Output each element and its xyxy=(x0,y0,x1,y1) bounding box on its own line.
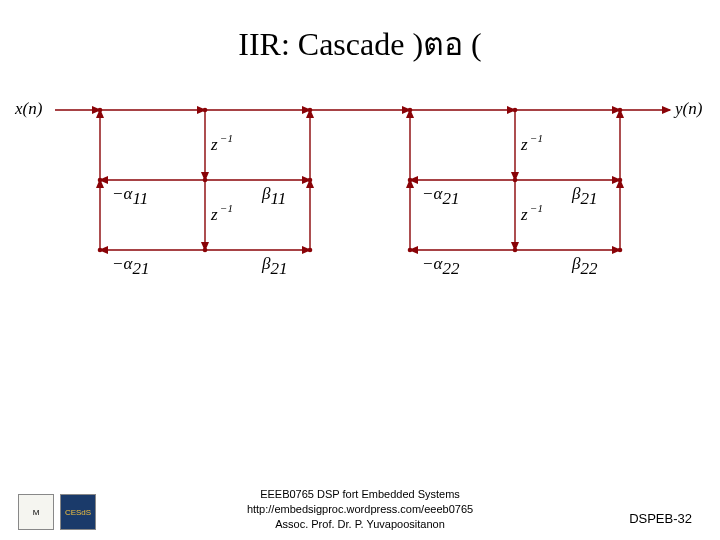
svg-point-36 xyxy=(408,178,413,183)
svg-point-37 xyxy=(513,178,518,183)
svg-point-41 xyxy=(308,248,313,253)
input-label: x(n) xyxy=(14,99,43,118)
svg-point-40 xyxy=(203,248,208,253)
svg-point-35 xyxy=(308,178,313,183)
output-label: y(n) xyxy=(673,99,703,118)
s1-a1: −α11 xyxy=(112,184,148,208)
s2-a2: −α22 xyxy=(422,254,460,278)
s1-a2: −α21 xyxy=(112,254,149,278)
svg-point-31 xyxy=(513,108,518,113)
s1-delay2: z xyxy=(210,205,218,224)
svg-point-39 xyxy=(98,248,103,253)
s2-delay1: z xyxy=(520,135,528,154)
s1-delay1-exp: −1 xyxy=(220,132,233,144)
svg-point-44 xyxy=(618,248,623,253)
svg-point-30 xyxy=(408,108,413,113)
s2-b2: β22 xyxy=(571,254,598,278)
s2-a1: −α21 xyxy=(422,184,459,208)
footer-block: EEEB0765 DSP fort Embedded Systems http:… xyxy=(0,487,720,532)
svg-point-27 xyxy=(98,108,103,113)
svg-point-38 xyxy=(618,178,623,183)
footer-line2: http://embedsigproc.wordpress.com/eeeb07… xyxy=(0,502,720,517)
s1-b1: β11 xyxy=(261,184,286,208)
s2-delay2-exp: −1 xyxy=(530,202,543,214)
slide-number: DSPEB-32 xyxy=(629,511,692,526)
slide-title: IIR: Cascade )ตอ ( xyxy=(0,18,720,69)
svg-point-28 xyxy=(203,108,208,113)
s1-delay2-exp: −1 xyxy=(220,202,233,214)
svg-point-34 xyxy=(203,178,208,183)
svg-point-42 xyxy=(408,248,413,253)
cascade-diagram: x(n) y(n) z −1 z −1 −α11 −α21 β11 β21 z … xyxy=(0,80,720,360)
svg-point-33 xyxy=(98,178,103,183)
s1-b2: β21 xyxy=(261,254,287,278)
s2-delay2: z xyxy=(520,205,528,224)
s1-delay1: z xyxy=(210,135,218,154)
svg-point-32 xyxy=(618,108,623,113)
s2-b1: β21 xyxy=(571,184,597,208)
s2-delay1-exp: −1 xyxy=(530,132,543,144)
footer-line1: EEEB0765 DSP fort Embedded Systems xyxy=(0,487,720,502)
footer-line3: Assoc. Prof. Dr. P. Yuvapoositanon xyxy=(0,517,720,532)
svg-point-29 xyxy=(308,108,313,113)
svg-point-43 xyxy=(513,248,518,253)
